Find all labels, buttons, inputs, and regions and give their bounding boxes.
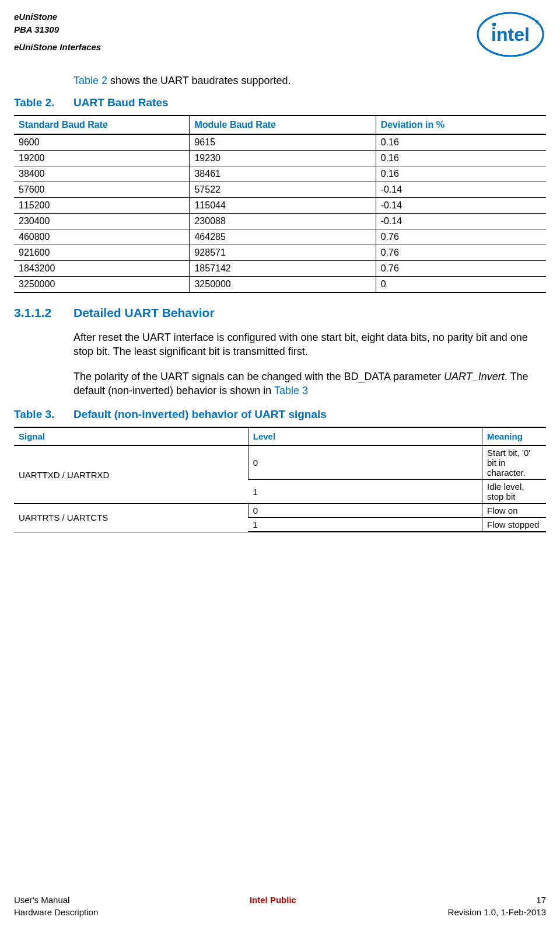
table-cell: 464285	[190, 229, 376, 245]
table-cell: 57522	[190, 182, 376, 198]
table-cell: -0.14	[376, 214, 546, 229]
table-cell: 38400	[14, 166, 190, 182]
intro-text: shows the UART baudrates supported.	[107, 75, 291, 86]
table-row: 115200115044-0.14	[14, 198, 546, 214]
col-standard-baud: Standard Baud Rate	[14, 116, 190, 134]
table-cell: 921600	[14, 245, 190, 261]
table-cell: 0.16	[376, 151, 546, 166]
table-3-number: Table 3.	[14, 408, 74, 421]
footer-classification: Intel Public	[250, 894, 296, 919]
table-cell: UARTTXD / UARTRXD	[14, 445, 248, 504]
svg-point-2	[492, 23, 496, 26]
table-header-row: Standard Baud Rate Module Baud Rate Devi…	[14, 116, 546, 134]
footer-hw-description: Hardware Description	[14, 906, 98, 919]
table-cell: 230400	[14, 214, 190, 229]
table-cell: Flow stopped	[482, 518, 546, 532]
table-row: UARTRTS / UARTCTS0Flow on	[14, 504, 546, 518]
section-heading: 3.1.1.2 Detailed UART Behavior	[14, 306, 546, 320]
table-cell: 115044	[190, 198, 376, 214]
table-row: 230400230088-0.14	[14, 214, 546, 229]
table-row: 19200192300.16	[14, 151, 546, 166]
footer-right: 17 Revision 1.0, 1-Feb-2013	[448, 894, 546, 919]
table-cell: 115200	[14, 198, 190, 214]
doc-title-2: PBA 31309	[14, 23, 101, 36]
table-cell: 57600	[14, 182, 190, 198]
table-cell: 1	[248, 518, 482, 532]
table-3-reference-link[interactable]: Table 3	[274, 385, 308, 396]
table-cell: 460800	[14, 229, 190, 245]
page-header: eUniStone PBA 31309 eUniStone Interfaces…	[14, 11, 546, 58]
table-row: 325000032500000	[14, 277, 546, 293]
uart-signals-table: Signal Level Meaning UARTTXD / UARTRXD0S…	[14, 427, 546, 532]
col-module-baud: Module Baud Rate	[190, 116, 376, 134]
col-level: Level	[248, 427, 482, 445]
table-cell: 0	[248, 445, 482, 480]
table-cell: Start bit, '0' bit in character.	[482, 445, 546, 480]
table-cell: 0.16	[376, 166, 546, 182]
table-row: 38400384610.16	[14, 166, 546, 182]
table-3-caption: Table 3. Default (non-inverted) behavior…	[14, 408, 546, 421]
col-signal: Signal	[14, 427, 248, 445]
section-number: 3.1.1.2	[14, 306, 74, 320]
svg-text:®: ®	[535, 19, 540, 26]
table-3-title: Default (non-inverted) behavior of UART …	[74, 408, 327, 421]
table-row: 4608004642850.76	[14, 229, 546, 245]
table-cell: 19200	[14, 151, 190, 166]
table-cell: 230088	[190, 214, 376, 229]
table-2-title: UART Baud Rates	[74, 96, 169, 109]
paragraph-2: The polarity of the UART signals can be …	[74, 370, 546, 398]
footer-users-manual: User's Manual	[14, 894, 98, 907]
page-footer: User's Manual Hardware Description Intel…	[14, 894, 546, 919]
doc-title-1: eUniStone	[14, 11, 101, 23]
table-cell: 3250000	[190, 277, 376, 293]
table-cell: UARTRTS / UARTCTS	[14, 504, 248, 532]
table-row: 5760057522-0.14	[14, 182, 546, 198]
section-title: Detailed UART Behavior	[74, 306, 215, 320]
table-cell: Flow on	[482, 504, 546, 518]
table-cell: 38461	[190, 166, 376, 182]
revision-info: Revision 1.0, 1-Feb-2013	[448, 906, 546, 919]
table-cell: 19230	[190, 151, 376, 166]
uart-baud-rates-table: Standard Baud Rate Module Baud Rate Devi…	[14, 115, 546, 293]
table-cell: 9615	[190, 134, 376, 151]
table-row: 960096150.16	[14, 134, 546, 151]
table-row: UARTTXD / UARTRXD0Start bit, '0' bit in …	[14, 445, 546, 480]
table-cell: -0.14	[376, 198, 546, 214]
paragraph-1: After reset the UART interface is config…	[74, 330, 546, 359]
header-titles: eUniStone PBA 31309 eUniStone Interfaces	[14, 11, 101, 53]
col-meaning: Meaning	[482, 427, 546, 445]
table-cell: Idle level, stop bit	[482, 480, 546, 504]
table-2-reference-link[interactable]: Table 2	[74, 75, 107, 86]
table-row: 184320018571420.76	[14, 261, 546, 277]
table-row: 9216009285710.76	[14, 245, 546, 261]
svg-text:intel: intel	[491, 24, 530, 45]
intro-paragraph: Table 2 shows the UART baudrates support…	[74, 75, 546, 87]
table-cell: 1	[248, 480, 482, 504]
table-cell: 0	[248, 504, 482, 518]
table-cell: 3250000	[14, 277, 190, 293]
intel-logo-icon: intel ®	[475, 11, 546, 58]
table-cell: 9600	[14, 134, 190, 151]
table-cell: 0.76	[376, 245, 546, 261]
table-cell: 0.76	[376, 229, 546, 245]
page-number: 17	[448, 894, 546, 907]
table-cell: 0.16	[376, 134, 546, 151]
table-cell: 0	[376, 277, 546, 293]
table-cell: 1857142	[190, 261, 376, 277]
table-cell: 928571	[190, 245, 376, 261]
para2-italic: UART_Invert	[444, 371, 505, 382]
table-cell: 1843200	[14, 261, 190, 277]
doc-section-name: eUniStone Interfaces	[14, 41, 101, 54]
footer-left: User's Manual Hardware Description	[14, 894, 98, 919]
table-header-row: Signal Level Meaning	[14, 427, 546, 445]
table-cell: 0.76	[376, 261, 546, 277]
table-cell: -0.14	[376, 182, 546, 198]
col-deviation: Deviation in %	[376, 116, 546, 134]
table-2-caption: Table 2. UART Baud Rates	[14, 96, 546, 109]
para2-part-a: The polarity of the UART signals can be …	[74, 371, 444, 382]
table-2-number: Table 2.	[14, 96, 74, 109]
